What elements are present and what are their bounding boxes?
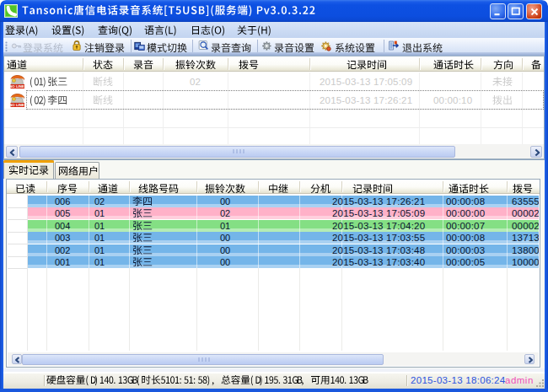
svg-text:NO LINE!: NO LINE!: [9, 84, 25, 89]
svg-text:NO LINE!: NO LINE!: [9, 103, 25, 107]
